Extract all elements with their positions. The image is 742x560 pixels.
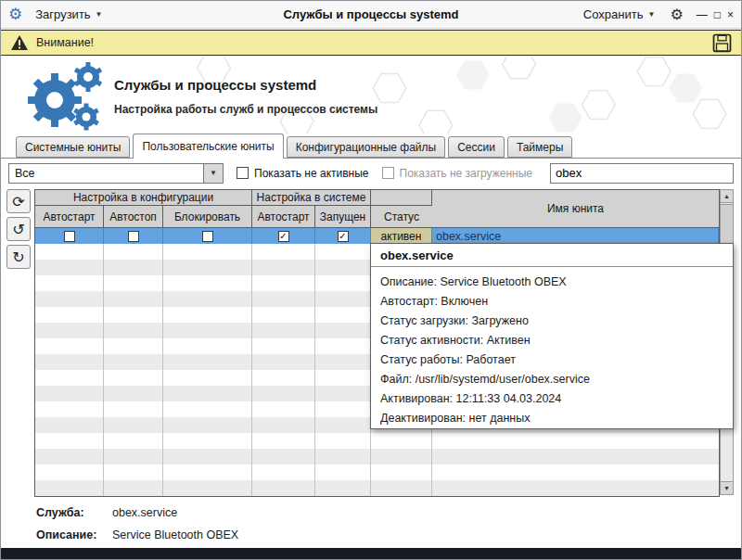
- autostart-sys-checkbox[interactable]: ✓: [278, 231, 289, 242]
- floppy-disk-icon: [712, 33, 732, 53]
- scroll-up-button[interactable]: ▲: [721, 190, 733, 203]
- unit-tooltip: obex.service Описание: Service Bluetooth…: [370, 243, 734, 429]
- page-subtitle: Настройка работы служб и процессов систе…: [114, 103, 377, 116]
- filter-bar: Все ▼ Показать не активные Показать не з…: [8, 162, 734, 184]
- scope-dropdown-value: Все: [9, 167, 203, 180]
- unit-row-obex[interactable]: ✓ ✓ активен obex.service: [35, 228, 719, 244]
- chevron-down-icon: ▼: [203, 164, 223, 183]
- table-header: Настройка в конфигурации Настройка в сис…: [35, 189, 719, 228]
- tooltip-deactivated: Деактивирован: нет данных: [380, 409, 723, 428]
- block-checkbox[interactable]: [202, 231, 213, 242]
- refresh-button[interactable]: ⟳: [6, 189, 31, 213]
- settings-gear-icon[interactable]: ⚙: [670, 7, 683, 22]
- tooltip-load-status: Статус загрузки: Загружено: [380, 312, 723, 331]
- group-header-empty: [371, 190, 432, 206]
- save-menu-button[interactable]: Сохранить ▼: [578, 5, 661, 24]
- column-header-autostart: Автостарт: [35, 206, 104, 228]
- checkbox-icon: [237, 167, 249, 179]
- unit-search-input[interactable]: [550, 163, 734, 184]
- column-header-status: Статус: [371, 206, 432, 228]
- app-window: Службы и процессы systemd ⚙ Загрузить ▼ …: [0, 0, 742, 560]
- column-header-running: Запущен: [315, 206, 371, 228]
- horizontal-scrollbar[interactable]: [1, 548, 741, 559]
- gears-logo-icon: [21, 61, 105, 132]
- warning-bar: Внимание!: [1, 30, 741, 56]
- tab-timers[interactable]: Таймеры: [507, 136, 572, 158]
- service-label: Служба:: [36, 506, 112, 519]
- tab-system-units[interactable]: Системные юниты: [16, 136, 130, 158]
- tooltip-description: Описание: Service Bluetooth OBEX: [380, 273, 723, 292]
- column-header-autostop: Автостоп: [104, 206, 163, 228]
- tooltip-autostart: Автостарт: Включен: [380, 292, 723, 312]
- tab-config-files[interactable]: Конфигурационные файлы: [287, 136, 445, 158]
- hexagon-pattern: [1, 57, 741, 134]
- footer-description-row: Описание: Service Bluetooth OBEX: [36, 528, 238, 541]
- column-header-autostart-sys: Автостарт: [252, 206, 315, 228]
- chevron-down-icon: ▼: [647, 10, 655, 19]
- group-header-system: Настройка в системе: [252, 190, 371, 206]
- empty-row: [35, 449, 719, 465]
- unit-name-cell: obex.service: [432, 228, 719, 244]
- tabbar: Системные юниты Пользовательские юниты К…: [1, 134, 741, 159]
- show-unloaded-checkbox[interactable]: Показать не загруженные: [382, 167, 532, 180]
- app-header: Службы и процессы systemd Настройка рабо…: [1, 57, 741, 134]
- tab-sessions[interactable]: Сессии: [448, 136, 505, 158]
- rotate-right-icon: ↻: [12, 248, 24, 266]
- titlebar: Службы и процессы systemd ⚙ Загрузить ▼ …: [1, 1, 741, 29]
- scope-dropdown[interactable]: Все ▼: [8, 163, 224, 184]
- tooltip-activated: Активирован: 12:11:33 04.03.2024: [380, 389, 723, 409]
- chevron-down-icon: ▼: [96, 10, 103, 19]
- warning-text: Внимание!: [36, 36, 94, 49]
- refresh-icon: ⟳: [12, 193, 24, 210]
- warning-icon: [10, 34, 29, 51]
- tab-user-units[interactable]: Пользовательские юниты: [133, 134, 283, 159]
- page-title: Службы и процессы systemd: [114, 77, 316, 93]
- minimize-button[interactable]: —: [697, 9, 708, 20]
- show-unloaded-label: Показать не загруженные: [400, 167, 532, 180]
- scroll-down-button[interactable]: ▼: [721, 481, 733, 494]
- description-label: Описание:: [36, 528, 112, 541]
- close-button[interactable]: ×: [727, 9, 734, 20]
- tooltip-title: obex.service: [371, 244, 733, 267]
- autostart-checkbox[interactable]: [64, 231, 75, 242]
- maximize-button[interactable]: □: [714, 9, 721, 20]
- empty-row: [35, 480, 719, 496]
- checkbox-icon: [382, 167, 394, 179]
- reload-button[interactable]: ↻: [6, 245, 31, 269]
- tooltip-active-status: Статус активности: Активен: [380, 331, 723, 350]
- show-inactive-checkbox[interactable]: Показать не активные: [237, 167, 369, 180]
- description-value: Service Bluetooth OBEX: [112, 528, 238, 541]
- status-badge: активен: [371, 228, 432, 244]
- save-file-button[interactable]: [712, 33, 732, 53]
- running-checkbox[interactable]: ✓: [338, 231, 349, 242]
- empty-row: [35, 433, 719, 449]
- load-menu-label: Загрузить: [35, 7, 90, 21]
- save-menu-label: Сохранить: [583, 7, 644, 21]
- service-value: obex.service: [112, 506, 177, 519]
- footer-service-row: Служба: obex.service: [36, 506, 177, 519]
- autostop-checkbox[interactable]: [128, 231, 139, 242]
- tooltip-run-status: Статус работы: Работает: [380, 350, 723, 370]
- undo-button[interactable]: ↺: [6, 217, 31, 241]
- column-header-block: Блокировать: [163, 206, 252, 228]
- tooltip-file: Файл: /usr/lib/systemd/user/obex.service: [380, 370, 723, 389]
- show-inactive-label: Показать не активные: [254, 167, 369, 180]
- app-gear-icon: ⚙: [8, 6, 22, 22]
- column-header-unit-name: Имя юнита: [432, 190, 719, 228]
- load-menu-button[interactable]: Загрузить ▼: [30, 5, 108, 24]
- empty-row: [35, 465, 719, 480]
- rotate-left-icon: ↺: [12, 221, 24, 238]
- group-header-config: Настройка в конфигурации: [35, 190, 252, 206]
